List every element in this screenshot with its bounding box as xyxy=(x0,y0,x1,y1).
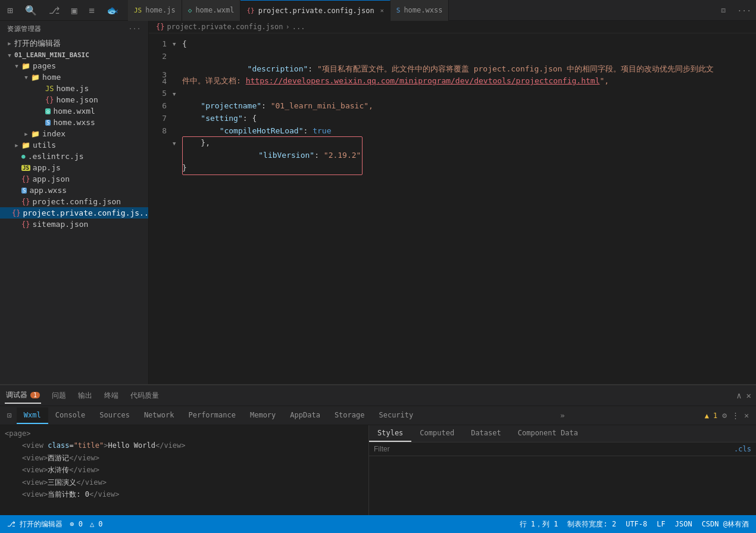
close-panel-button[interactable]: ✕ xyxy=(746,391,751,400)
menu-icon[interactable]: ≡ xyxy=(86,2,97,18)
key-compile: "compileHotReLoad" xyxy=(220,125,304,138)
devtool-tab-console[interactable]: Console xyxy=(48,407,93,424)
styles-tab-styles[interactable]: Styles xyxy=(369,425,411,442)
bottom-tab-terminal[interactable]: 终端 xyxy=(103,388,120,403)
xml-tagname: view xyxy=(26,441,43,450)
xml-line-6: <view>当前计数: 0</view> xyxy=(5,488,364,500)
devtool-tab-sources[interactable]: Sources xyxy=(92,407,137,424)
appdata-tab-label: AppData xyxy=(290,411,320,419)
devtools-settings-icon[interactable]: ⚙ xyxy=(722,411,727,420)
sidebar-item-app-wxss[interactable]: S app.wxss xyxy=(0,185,148,196)
fold-arrow-4[interactable]: ▼ xyxy=(173,88,182,100)
sidebar-item-pages[interactable]: ▼ 📁 pages xyxy=(0,60,148,71)
open-editors-section[interactable]: ▶ 打开的编辑器 xyxy=(0,37,148,50)
status-line-info[interactable]: 制表符宽度: 2 xyxy=(567,519,616,529)
inspector-icon[interactable]: ⊡ xyxy=(2,409,17,422)
code-line-7: "libVersion": "2.19.2" xyxy=(182,149,744,162)
devtool-tab-appdata[interactable]: AppData xyxy=(283,407,327,424)
tab-home-wxss[interactable]: S home.wxss xyxy=(391,0,449,21)
devtool-tab-network[interactable]: Network xyxy=(137,407,182,424)
tab-project-config[interactable]: {} project.private.config.json ✕ xyxy=(240,0,390,21)
xml-line-3: <view>西游记</view> xyxy=(5,452,364,464)
key-setting: "setting" xyxy=(201,113,242,125)
sidebar-item-sitemap-json[interactable]: {} sitemap.json xyxy=(0,219,148,230)
status-language[interactable]: JSON xyxy=(675,520,692,528)
folder-icon: 📁 xyxy=(31,130,40,138)
collapse-panel-button[interactable]: ∧ xyxy=(736,391,741,400)
sidebar-item-home-folder[interactable]: ▼ 📁 home xyxy=(0,71,148,83)
grid-icon[interactable]: ▣ xyxy=(69,2,80,18)
styles-tab-dataset[interactable]: Dataset xyxy=(463,425,510,442)
tab-label-codequality: 代码质量 xyxy=(130,391,159,401)
breadcrumb-sep: › xyxy=(286,23,290,31)
wxss-file-icon: S xyxy=(396,7,401,14)
explorer-icon[interactable]: ⊞ xyxy=(5,2,15,18)
bottom-tab-output[interactable]: 输出 xyxy=(77,388,93,403)
sidebar-item-app-js[interactable]: JS app.js xyxy=(0,162,148,173)
git-icon[interactable]: ⎇ xyxy=(46,2,62,18)
split-editor-icon[interactable]: ⧈ xyxy=(721,5,726,15)
bottom-tab-issues[interactable]: 问题 xyxy=(51,388,67,403)
tab-home-wxml[interactable]: ◇ home.wxml xyxy=(182,0,241,21)
devtools-kebab-icon[interactable]: ⋮ xyxy=(732,411,739,420)
code-line-4: "setting": { xyxy=(182,113,744,125)
devtools-close-icon[interactable]: ✕ xyxy=(744,411,749,420)
sidebar-item-home-wxml[interactable]: ◇ home.wxml xyxy=(0,105,148,117)
status-encoding[interactable]: UTF-8 xyxy=(626,520,647,528)
sidebar-more-icon[interactable]: ··· xyxy=(129,25,141,33)
eslint-icon: ● xyxy=(21,152,26,160)
devtool-tab-wxml[interactable]: Wxml xyxy=(17,407,48,424)
wxss-icon: S xyxy=(21,188,27,194)
devtool-tab-memory[interactable]: Memory xyxy=(243,407,283,424)
wxml-tab-label: Wxml xyxy=(24,411,41,419)
tab-label: home.js xyxy=(145,6,176,14)
devtools-more-icon[interactable]: » xyxy=(555,407,570,423)
tab-label-terminal: 终端 xyxy=(104,391,118,401)
sidebar-item-app-json[interactable]: {} app.json xyxy=(0,173,148,185)
wxml-file-icon: ◇ xyxy=(188,7,192,14)
sidebar-item-project-private-config[interactable]: {} project.private.config.js... xyxy=(0,207,148,219)
devtool-tab-performance[interactable]: Performance xyxy=(181,407,242,424)
sidebar-item-index[interactable]: ▶ 📁 index xyxy=(0,128,148,139)
js-icon: JS xyxy=(21,165,30,171)
xml-bracket: > xyxy=(115,490,119,498)
fold-arrows: ▼ ▼ ▼ xyxy=(173,38,182,384)
styles-tab-component-data[interactable]: Component Data xyxy=(510,425,586,442)
filter-input[interactable] xyxy=(374,445,729,453)
sidebar-item-eslintrc[interactable]: ● .eslintrc.js xyxy=(0,151,148,162)
xml-text: 当前计数: 0 xyxy=(48,490,89,498)
tree-label: home.js xyxy=(56,84,89,93)
status-eol[interactable]: LF xyxy=(657,520,665,528)
status-branch[interactable]: ⎇ 打开的编辑器 xyxy=(7,519,63,529)
project-arrow: ▼ xyxy=(5,52,14,58)
xml-bracket: > xyxy=(95,454,99,462)
devtool-tab-storage[interactable]: Storage xyxy=(327,407,372,424)
status-position[interactable]: 行 1，列 1 xyxy=(520,519,558,529)
bottom-tab-debugger[interactable]: 调试器 1 xyxy=(5,388,41,404)
more-options-icon[interactable]: ··· xyxy=(738,6,751,15)
tab-close-button[interactable]: ✕ xyxy=(380,7,384,14)
bottom-tab-codequality[interactable]: 代码质量 xyxy=(129,388,160,403)
top-toolbar: ⊞ 🔍 ⎇ ▣ ≡ 🐟 JS home.js ◇ home.wxml {} pr… xyxy=(0,0,756,21)
xml-tagname: view xyxy=(78,466,95,474)
styles-tabs: Styles Computed Dataset Component Data xyxy=(369,425,756,442)
styles-tab-computed[interactable]: Computed xyxy=(411,425,463,442)
filter-cls-button[interactable]: .cls xyxy=(734,445,751,453)
sidebar-item-home-js[interactable]: JS home.js xyxy=(0,83,148,94)
sources-tab-label: Sources xyxy=(99,411,130,419)
project-section[interactable]: ▼ 01_LEARN_MINI_BASIC xyxy=(0,50,148,60)
search-icon[interactable]: 🔍 xyxy=(23,2,39,18)
open-editors-label: 打开的编辑器 xyxy=(14,38,61,49)
status-left: ⎇ 打开的编辑器 ⊗ 0 △ 0 xyxy=(7,519,103,529)
sidebar-item-project-config[interactable]: {} project.config.json xyxy=(0,196,148,207)
fish-icon[interactable]: 🐟 xyxy=(104,2,121,18)
sidebar-item-utils[interactable]: ▶ 📁 utils xyxy=(0,139,148,151)
xml-bracket: </ xyxy=(89,490,98,498)
folder-icon: 📁 xyxy=(21,62,30,70)
fold-arrow-1[interactable]: ▼ xyxy=(173,38,182,51)
tab-home-js[interactable]: JS home.js xyxy=(128,0,182,21)
devtool-tab-security[interactable]: Security xyxy=(371,407,420,424)
sidebar-item-home-json[interactable]: {} home.json xyxy=(0,94,148,105)
sidebar-item-home-wxss[interactable]: S home.wxss xyxy=(0,117,148,128)
xml-tagname: view xyxy=(26,466,43,474)
